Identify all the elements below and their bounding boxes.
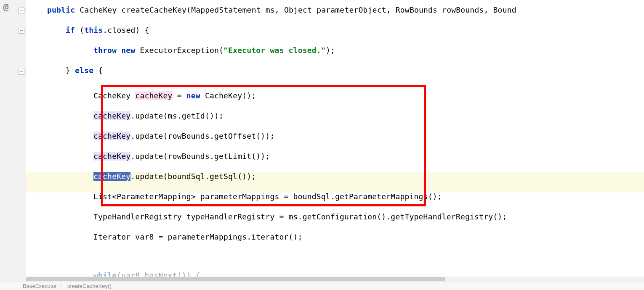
breadcrumb-item[interactable]: BaseExecutor (23, 283, 57, 289)
horizontal-scrollbar[interactable] (26, 277, 644, 282)
code-line[interactable]: cacheKey.update(rowBounds.getLimit()); (47, 146, 270, 166)
code-editor[interactable]: public CacheKey createCacheKey(MappedSta… (26, 0, 644, 282)
code-line[interactable]: CacheKey cacheKey = new CacheKey(); (47, 86, 256, 106)
code-line[interactable]: TypeHandlerRegistry typeHandlerRegistry … (47, 207, 507, 227)
variable-write-highlight: cacheKey (135, 91, 172, 100)
code-line[interactable]: Iterator var8 = parameterMappings.iterat… (47, 227, 303, 247)
variable-read-highlight: cacheKey (93, 132, 130, 140)
override-annotation-icon[interactable]: @ (0, 1, 12, 13)
variable-read-highlight: cacheKey (93, 152, 130, 161)
code-line[interactable]: List<ParameterMapping> parameterMappings… (47, 187, 442, 207)
code-line[interactable]: throw new ExecutorException("Executor wa… (47, 40, 335, 61)
code-line[interactable]: } else { (47, 61, 103, 81)
selection-highlight: cacheKey (93, 172, 130, 181)
fold-toggle-icon[interactable] (19, 28, 24, 34)
code-line[interactable]: cacheKey.update(boundSql.getSql()); (47, 166, 256, 187)
variable-read-highlight: cacheKey (93, 111, 130, 120)
code-line[interactable]: if (this.closed) { (47, 20, 149, 40)
code-line[interactable]: public CacheKey createCacheKey(MappedSta… (47, 0, 516, 20)
fold-toggle-icon[interactable] (19, 8, 24, 13)
breadcrumbs-bar[interactable]: BaseExecutor 〉 createCacheKey() (0, 282, 644, 290)
code-line[interactable]: cacheKey.update(ms.getId()); (47, 106, 224, 126)
fold-toggle-icon[interactable] (19, 69, 24, 75)
breadcrumb-item[interactable]: createCacheKey() (67, 283, 112, 289)
code-line[interactable]: cacheKey.update(rowBounds.getOffset()); (47, 126, 274, 146)
chevron-right-icon: 〉 (59, 282, 65, 290)
editor-gutter[interactable]: @ (0, 0, 26, 282)
horizontal-scroll-thumb[interactable] (26, 277, 445, 281)
